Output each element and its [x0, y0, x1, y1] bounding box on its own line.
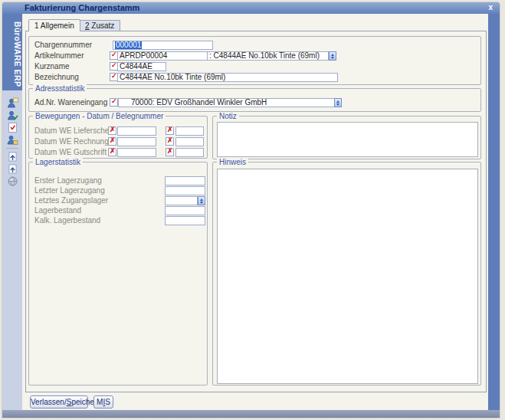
artikelnummer-spinner-button[interactable]	[329, 51, 336, 61]
letzter-lagerzugang-label: Letzter Lagerzugang	[34, 186, 105, 195]
tab-page-allgemein: Chargennummer 000001 Artikelnummer APRDP…	[25, 31, 487, 392]
letztes-zugangslager-label: Letztes Zugangslager	[34, 196, 108, 205]
clear-date-icon[interactable]	[108, 137, 116, 146]
chargennummer-value: 000001	[115, 41, 142, 49]
datum-we-lieferschein-input[interactable]	[117, 126, 156, 136]
user-note-icon[interactable]	[7, 97, 18, 109]
sidebar: BüroWARE ERP	[2, 14, 22, 410]
bezeichnung-input[interactable]: C4844AE No.10bk Tinte (69ml)	[117, 73, 338, 82]
close-button[interactable]: x	[488, 2, 493, 13]
adnr-wareneingang-label: Ad.Nr. Wareneingang	[34, 98, 107, 107]
erster-lagerzugang-input[interactable]	[165, 176, 205, 185]
title-bar: Fakturierung Chargenstamm x	[2, 2, 500, 14]
adressstatistik-legend: Adressstatistik	[33, 84, 87, 93]
adnr-wareneingang-combo[interactable]: 70000: EDV Großhandel Winkler GmbH	[118, 98, 335, 107]
clear-beleg-icon[interactable]	[166, 148, 174, 156]
adnr-wareneingang-spinner-button[interactable]	[334, 98, 342, 107]
lagerstatistik-groupbox: Lagerstatistik Erster Lagerzugang Letzte…	[28, 162, 208, 386]
screen: Fakturierung Chargenstamm x BüroWARE ERP	[0, 0, 505, 420]
bezeichnung-label: Bezeichnung	[34, 73, 79, 82]
datum-we-rechnung-label: Datum WE Rechnung	[34, 137, 109, 146]
erster-lagerzugang-label: Erster Lagerzugang	[34, 176, 102, 185]
sidebar-brand: BüroWARE ERP	[2, 14, 22, 90]
client-area: 2 Zusatz 1 Allgemein Chargennummer 00000…	[22, 14, 488, 410]
artikelnummer-description: : C4844AE No.10bk Tinte (69ml)	[207, 51, 329, 61]
verlassen-speichern-button[interactable]: Verlassen/Speichern	[30, 395, 88, 409]
datum-we-lieferschein-label: Datum WE Lieferschein	[34, 126, 115, 136]
window-title: Fakturierung Chargenstamm	[25, 3, 139, 12]
bewegungen-legend: Bewegungen - Datum / Belegnummer	[33, 112, 166, 120]
artikelnummer-label: Artikelnummer	[34, 51, 84, 61]
note-check-icon[interactable]	[7, 122, 18, 133]
clear-beleg-icon[interactable]	[166, 126, 174, 135]
adnr-wareneingang-value: 70000: EDV Großhandel Winkler GmbH	[131, 98, 267, 107]
verlassen-label-pre: Verlassen/	[31, 398, 67, 406]
clear-date-icon[interactable]	[108, 126, 116, 135]
tab-zusatz[interactable]: 2 Zusatz	[79, 20, 120, 31]
hinweis-legend: Hinweis	[217, 158, 248, 166]
window-bottom-frame	[2, 410, 500, 418]
bezeichnung-value: C4844AE No.10bk Tinte (69ml)	[120, 73, 225, 81]
kurzname-label: Kurzname	[34, 62, 70, 71]
notiz-legend: Notiz	[217, 112, 239, 120]
lagerbestand-label: Lagerbestand	[34, 206, 81, 215]
kalk-lagerbestand-input[interactable]	[165, 216, 205, 225]
artikelnummer-value: APRDP00004	[120, 51, 167, 60]
user-package-icon[interactable]	[7, 134, 18, 146]
general-groupbox: Chargennummer 000001 Artikelnummer APRDP…	[28, 36, 481, 85]
app-window: Fakturierung Chargenstamm x BüroWARE ERP	[2, 2, 500, 418]
lagerstatistik-legend: Lagerstatistik	[33, 158, 83, 166]
kurzname-value: C4844AE	[120, 62, 152, 71]
hinweis-groupbox: Hinweis	[212, 162, 481, 386]
lagerbestand-input[interactable]	[165, 206, 205, 215]
letztes-zugangslager-combo[interactable]	[165, 196, 198, 205]
confirm-check-icon[interactable]	[110, 98, 118, 107]
notiz-groupbox: Notiz	[212, 116, 481, 159]
beleg-we-lieferschein-input[interactable]	[175, 126, 204, 136]
chargennummer-label: Chargennummer	[34, 41, 92, 50]
notiz-textarea[interactable]	[217, 122, 478, 157]
globe-icon[interactable]	[7, 176, 18, 187]
hinweis-textarea[interactable]	[217, 169, 478, 384]
tab-zusatz-label-post: Zusatz	[90, 21, 115, 30]
bewegungen-groupbox: Bewegungen - Datum / Belegnummer Datum W…	[28, 116, 208, 159]
beleg-we-rechnung-input[interactable]	[175, 137, 204, 146]
letzter-lagerzugang-input[interactable]	[165, 186, 205, 195]
sidebar-divider	[6, 148, 18, 149]
kurzname-input[interactable]: C4844AE	[117, 62, 166, 71]
kalk-lagerbestand-label: Kalk. Lagerbestand	[34, 216, 100, 225]
adressstatistik-groupbox: Adressstatistik Ad.Nr. Wareneingang 7000…	[28, 88, 481, 112]
beleg-we-gutschrift-input[interactable]	[175, 148, 204, 157]
tab-allgemein-label: 1 Allgemein	[34, 21, 74, 30]
doc-arrow-up-icon[interactable]	[7, 151, 18, 162]
datum-we-rechnung-input[interactable]	[117, 137, 156, 146]
chargennummer-input[interactable]: 000001	[113, 41, 213, 50]
artikelnummer-description-text: : C4844AE No.10bk Tinte (69ml)	[209, 51, 320, 60]
sidebar-toolbar	[2, 97, 22, 187]
artikelnummer-input[interactable]: APRDP00004	[117, 51, 208, 61]
tab-allgemein[interactable]: 1 Allgemein	[28, 19, 80, 31]
mis-button[interactable]: MIS	[93, 395, 113, 409]
datum-we-gutschrift-input[interactable]	[117, 148, 156, 157]
datum-we-gutschrift-label: Datum WE Gutschrift	[34, 148, 107, 157]
clear-date-icon[interactable]	[108, 148, 116, 156]
letztes-zugangslager-spinner-button[interactable]	[198, 196, 205, 205]
doc-arrow-up-icon-2[interactable]	[7, 163, 18, 175]
user-check-icon[interactable]	[7, 110, 18, 121]
mis-label-post: S	[105, 398, 110, 406]
clear-beleg-icon[interactable]	[166, 137, 174, 146]
